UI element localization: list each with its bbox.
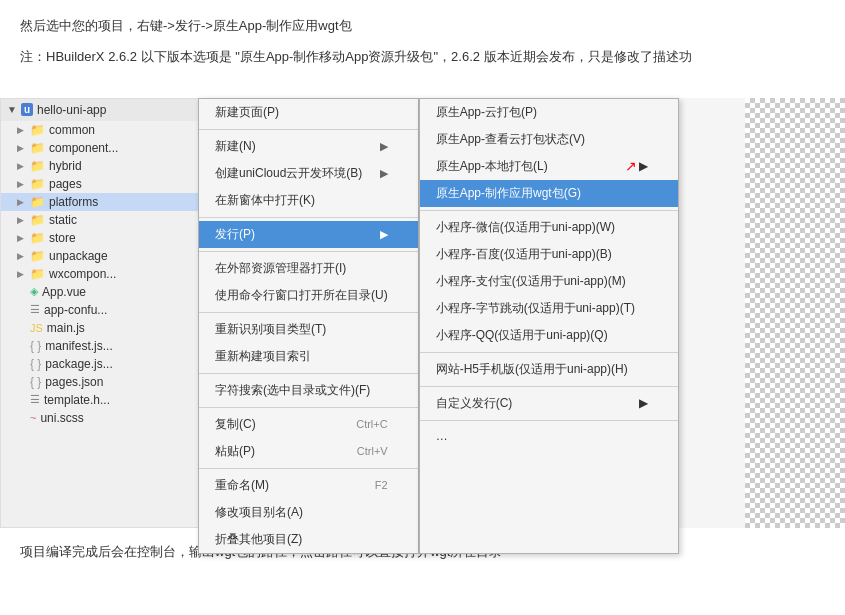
menu-separator [199,251,418,252]
menu-rename-alias[interactable]: 修改项目别名(A) [199,499,418,526]
arrow-icon: ▶ [17,179,24,189]
context-menu: 新建页面(P) 新建(N) ▶ 创建uniCloud云开发环境(B) ▶ 在新窗… [198,98,419,554]
submenu-item-label: … [436,429,448,443]
menu-publish[interactable]: 发行(P) ▶ [199,221,418,248]
tree-item-common[interactable]: ▶ 📁 common [1,121,199,139]
tree-item-hybrid[interactable]: ▶ 📁 hybrid [1,157,199,175]
arrow-icon: ▶ [17,197,24,207]
submenu-separator [420,210,678,211]
tree-item-appconfu[interactable]: ▶ ☰ app-confu... [1,301,199,319]
menu-separator [199,129,418,130]
shortcut-label: Ctrl+C [356,418,387,430]
tree-item-pagesjson[interactable]: ▶ { } pages.json [1,373,199,391]
menu-item-label: 在新窗体中打开(K) [215,192,315,209]
menu-item-label: 使用命令行窗口打开所在目录(U) [215,287,388,304]
menu-reidentify-project[interactable]: 重新识别项目类型(T) [199,316,418,343]
tree-item-store[interactable]: ▶ 📁 store [1,229,199,247]
item-label: pages [49,177,82,191]
tree-item-platforms[interactable]: ▶ 📁 platforms [1,193,199,211]
menu-item-label: 折叠其他项目(Z) [215,531,302,548]
menu-item-label: 重新构建项目索引 [215,348,311,365]
tree-item-unpackage[interactable]: ▶ 📁 unpackage [1,247,199,265]
tree-item-mainjs[interactable]: ▶ JS main.js [1,319,199,337]
menu-collapse-others[interactable]: 折叠其他项目(Z) [199,526,418,553]
menu-separator [199,312,418,313]
note-text: 注：HBuilderX 2.6.2 以下版本选项是 "原生App-制作移动App… [20,47,825,68]
menu-item-label: 修改项目别名(A) [215,504,303,521]
tree-item-template[interactable]: ▶ ☰ template.h... [1,391,199,409]
submenu-custom-publish[interactable]: 自定义发行(C) ▶ [420,390,678,417]
menu-open-cmd[interactable]: 使用命令行窗口打开所在目录(U) [199,282,418,309]
submenu-item-label: 小程序-微信(仅适用于uni-app)(W) [436,219,615,236]
submenu-more[interactable]: … [420,424,678,448]
tree-collapse-arrow[interactable]: ▼ [7,104,17,115]
submenu-miniprogram-wechat[interactable]: 小程序-微信(仅适用于uni-app)(W) [420,214,678,241]
shortcut-label: F2 [375,479,388,491]
tree-item-manifest[interactable]: ▶ { } manifest.js... [1,337,199,355]
menu-item-label: 重命名(M) [215,477,269,494]
submenu-cloud-package[interactable]: 原生App-云打包(P) [420,99,678,126]
submenu-separator [420,352,678,353]
project-icon: u [21,103,33,116]
menu-separator [199,407,418,408]
item-label: template.h... [44,393,110,407]
tree-item-wxcompon[interactable]: ▶ 📁 wxcompon... [1,265,199,283]
json-icon: { } [30,339,41,353]
menu-paste[interactable]: 粘贴(P) Ctrl+V [199,438,418,465]
menu-rebuild-index[interactable]: 重新构建项目索引 [199,343,418,370]
item-label: wxcompon... [49,267,116,281]
menu-char-search[interactable]: 字符搜索(选中目录或文件)(F) [199,377,418,404]
tree-item-package[interactable]: ▶ { } package.js... [1,355,199,373]
arrow-icon: ▶ [17,269,24,279]
folder-icon: 📁 [30,123,45,137]
folder-icon: 📁 [30,231,45,245]
tree-item-components[interactable]: ▶ 📁 component... [1,139,199,157]
folder-icon: 📁 [30,177,45,191]
tree-item-uniscss[interactable]: ▶ ~ uni.scss [1,409,199,427]
tree-item-pages[interactable]: ▶ 📁 pages [1,175,199,193]
submenu-separator [420,386,678,387]
arrow-icon: ▶ [17,215,24,225]
menu-item-label: 创建uniCloud云开发环境(B) [215,165,362,182]
red-arrow-icon: ↗ [625,158,637,174]
submenu-view-cloud-status[interactable]: 原生App-查看云打包状态(V) [420,126,678,153]
menu-item-label: 粘贴(P) [215,443,255,460]
file-icon: ☰ [30,303,40,316]
submenu-make-wgt[interactable]: 原生App-制作应用wgt包(G) [420,180,678,207]
menu-separator [199,217,418,218]
menu-rename[interactable]: 重命名(M) F2 [199,472,418,499]
submenu-arrow-icon: ▶ [639,396,648,410]
menu-open-file-manager[interactable]: 在外部资源管理器打开(I) [199,255,418,282]
submenu-local-package[interactable]: 原生App-本地打包(L) ↗ ▶ [420,153,678,180]
scss-icon: ~ [30,412,36,424]
menu-open-new-window[interactable]: 在新窗体中打开(K) [199,187,418,214]
file-tree: ▼ u hello-uni-app ▶ 📁 common ▶ 📁 compone… [0,98,200,528]
tree-item-appvue[interactable]: ▶ ◈ App.vue [1,283,199,301]
project-name: hello-uni-app [37,103,106,117]
item-label: App.vue [42,285,86,299]
submenu-miniprogram-alipay[interactable]: 小程序-支付宝(仅适用于uni-app)(M) [420,268,678,295]
item-label: static [49,213,77,227]
menu-new-page[interactable]: 新建页面(P) [199,99,418,126]
menu-copy[interactable]: 复制(C) Ctrl+C [199,411,418,438]
submenu-miniprogram-qq[interactable]: 小程序-QQ(仅适用于uni-app)(Q) [420,322,678,349]
context-menu-wrapper: 新建页面(P) 新建(N) ▶ 创建uniCloud云开发环境(B) ▶ 在新窗… [198,98,679,554]
folder-icon: 📁 [30,159,45,173]
json-icon: { } [30,357,41,371]
submenu-miniprogram-bytedance[interactable]: 小程序-字节跳动(仅适用于uni-app)(T) [420,295,678,322]
tree-item-static[interactable]: ▶ 📁 static [1,211,199,229]
submenu-miniprogram-baidu[interactable]: 小程序-百度(仅适用于uni-app)(B) [420,241,678,268]
menu-item-label: 在外部资源管理器打开(I) [215,260,346,277]
menu-new[interactable]: 新建(N) ▶ [199,133,418,160]
submenu-item-label: 网站-H5手机版(仅适用于uni-app)(H) [436,361,628,378]
submenu-h5-mobile[interactable]: 网站-H5手机版(仅适用于uni-app)(H) [420,356,678,383]
intro-text: 然后选中您的项目，右键->发行->原生App-制作应用wgt包 [20,16,825,37]
submenu-item-label: 小程序-QQ(仅适用于uni-app)(Q) [436,327,608,344]
item-label: unpackage [49,249,108,263]
item-label: store [49,231,76,245]
submenu-item-label: 原生App-云打包(P) [436,104,537,121]
item-label: package.js... [45,357,112,371]
menu-item-label: 重新识别项目类型(T) [215,321,326,338]
menu-create-unicloud[interactable]: 创建uniCloud云开发环境(B) ▶ [199,160,418,187]
submenu-item-label: 小程序-字节跳动(仅适用于uni-app)(T) [436,300,635,317]
